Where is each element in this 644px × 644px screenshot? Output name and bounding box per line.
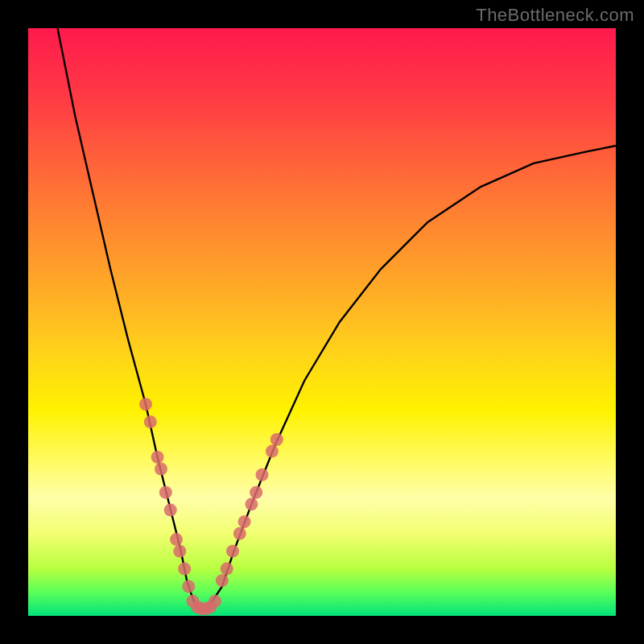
data-marker [250,486,262,499]
data-marker [151,451,164,464]
data-marker [238,515,251,528]
marker-layer [139,398,283,615]
data-marker [245,497,258,510]
data-marker [178,563,191,576]
data-marker [159,486,172,499]
data-marker [170,533,183,546]
watermark-text: TheBottleneck.com [476,5,634,26]
data-marker [216,574,229,587]
data-marker [256,469,269,481]
data-marker [221,563,233,576]
data-marker [266,445,279,458]
data-marker [164,504,177,517]
data-marker [208,595,221,608]
plot-area [28,28,616,616]
data-marker [270,433,283,446]
data-marker [155,463,167,476]
data-marker [182,580,195,593]
data-marker [139,398,152,411]
data-marker [226,545,239,558]
data-marker [173,545,186,558]
chart-svg [28,28,616,616]
bottleneck-curve [58,28,617,610]
data-marker [144,415,157,428]
data-marker [233,527,246,540]
chart-container: TheBottleneck.com [0,0,644,644]
